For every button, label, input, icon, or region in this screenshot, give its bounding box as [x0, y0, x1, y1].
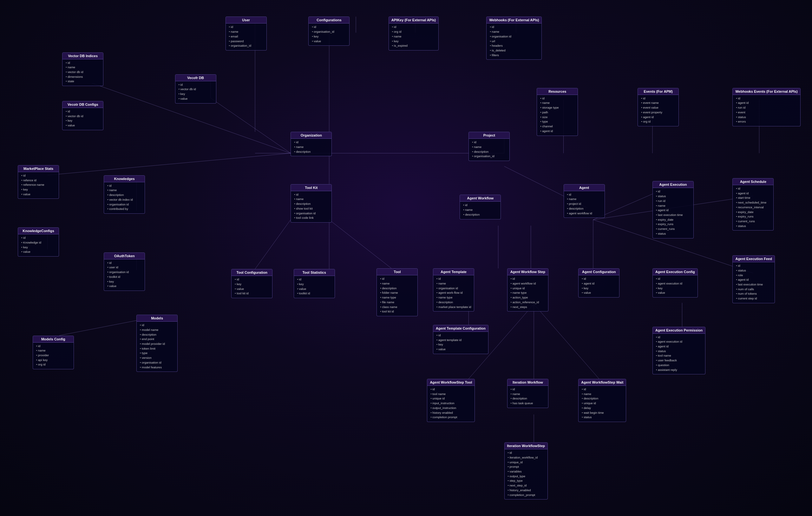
- er-field-agentWorkflowStepTool: completion prompt: [430, 415, 472, 420]
- er-field-agentExecutionPermission: user feedback: [655, 358, 702, 363]
- er-field-marketplaceStats: value: [21, 192, 56, 197]
- er-field-eventsAPM: event name: [640, 101, 676, 105]
- er-field-agentWorkflowStepWait: id: [581, 387, 623, 392]
- er-field-agentSchedule: agent id: [735, 191, 771, 196]
- er-box-agentExecution: Agent Executionidstatusrun idnameagent i…: [652, 181, 694, 238]
- er-field-models: model features: [139, 365, 175, 370]
- er-field-agentWorkflowStepTool: tool name: [430, 392, 472, 397]
- er-box-body-webhooks: idnameorganisation idurlheadersis_delete…: [487, 24, 542, 59]
- er-field-agentExecution: current_runs: [655, 227, 691, 232]
- er-field-eventsAPM: event property: [640, 110, 676, 115]
- er-field-agentExecutionConfig: id: [655, 277, 695, 281]
- er-field-tool: class name: [379, 305, 415, 309]
- er-field-vectorDbIndices: dimensions: [65, 75, 100, 79]
- er-field-agentExecutionConfig: agent execution id: [655, 281, 695, 286]
- er-box-agentSchedule: Agent Scheduleidagent idstart timenext_s…: [732, 178, 774, 230]
- er-field-marketplaceStats: reference name: [21, 183, 56, 187]
- er-field-agentExecutionConfig: value: [655, 291, 695, 295]
- er-field-project: organisation_id: [471, 154, 507, 159]
- er-field-toolConfiguration: id: [234, 277, 270, 282]
- er-box-oauthToken: OAuthTokeniduser idorganisation idtoolki…: [104, 252, 145, 291]
- er-field-configurations: key: [311, 34, 347, 39]
- er-box-title-agentWorkflowStepWait: Agent WorkflowStep Wait: [579, 379, 626, 386]
- er-field-vectorDb: value: [178, 97, 213, 101]
- er-box-agent: Agentidnameproject iddescriptionagent wo…: [563, 184, 605, 218]
- er-field-tool: name type: [379, 295, 415, 300]
- er-box-toolConfiguration: Tool Configurationidkeyvaluetool kit id: [231, 269, 272, 298]
- er-field-webhooksEvents: agent id: [735, 101, 798, 105]
- er-box-title-user: User: [226, 17, 266, 24]
- svg-line-21: [255, 220, 291, 269]
- er-field-agentSchedule: current_runs: [735, 219, 771, 224]
- er-field-webhooks: headers: [489, 44, 539, 48]
- er-box-body-iterationWorkflow: idnamedescriptionhas task queue: [508, 386, 548, 408]
- er-box-vectorDbIndices: Vector DB Indicesidnamevector db iddimen…: [62, 52, 104, 86]
- er-field-marketplaceStats: id: [21, 173, 56, 178]
- er-box-title-tool: Tool: [377, 269, 417, 275]
- er-field-project: name: [471, 145, 507, 150]
- er-box-title-organization: Organization: [291, 132, 331, 139]
- er-field-user: organisation_id: [228, 44, 264, 48]
- er-box-title-resources: Resources: [537, 88, 578, 95]
- er-box-title-agentConfiguration: Agent Configuration: [579, 269, 619, 275]
- er-box-agentTemplate: Agent Templateidnameorganisation idagent…: [433, 268, 474, 311]
- er-box-body-iterationWorkflowStep: iditeration_workflow_idunique_idpromptva…: [505, 449, 548, 499]
- er-box-toolKit: Tool Kitidnamedescriptionshow tool kitor…: [291, 184, 332, 223]
- er-field-agentWorkflow: description: [462, 212, 498, 217]
- er-box-agentExecutionConfig: Agent Execution Configidagent execution …: [652, 268, 698, 298]
- er-field-organization: name: [293, 145, 329, 150]
- er-field-agentTemplate: description: [436, 300, 471, 305]
- er-field-agentTemplateConfig: key: [436, 342, 486, 347]
- er-field-agentWorkflowStepWait: wait begin time: [581, 411, 623, 415]
- er-field-configurations: id: [311, 25, 347, 30]
- er-box-resources: Resourcesidnamestorage typepathsizetypec…: [537, 88, 578, 136]
- er-field-knowledges: contributed by: [107, 207, 142, 212]
- er-field-knowledgeConfigs: id: [21, 236, 56, 240]
- er-field-knowledges: description: [107, 193, 142, 197]
- er-field-models: description: [139, 332, 175, 337]
- er-field-modelsConfig: provider: [35, 353, 71, 358]
- er-field-toolConfiguration: value: [234, 287, 270, 292]
- er-field-vectorDbIndices: state: [65, 79, 100, 84]
- er-box-body-apikey: idorg idnamekeyis_expired: [389, 24, 438, 50]
- er-box-organization: Organizationidnamedescription: [291, 132, 332, 156]
- er-field-agentExecutionPermission: agent execution id: [655, 340, 702, 344]
- er-box-title-agentTemplate: Agent Template: [433, 269, 474, 275]
- er-field-apikey: key: [392, 39, 436, 44]
- er-field-webhooksEvents: id: [735, 96, 798, 101]
- er-field-models: end point: [139, 337, 175, 342]
- er-field-webhooks: name: [489, 30, 539, 34]
- er-box-body-knowledgeConfigs: idKnowledge idkeyvalue: [18, 234, 59, 256]
- er-field-agentWorkflowStepTool: output_instruction: [430, 406, 472, 411]
- er-field-apikey: is_expired: [392, 44, 436, 48]
- er-field-user: id: [228, 25, 264, 30]
- er-field-project: id: [471, 140, 507, 145]
- er-box-title-agentWorkflowStepTool: Agent WorkflowStep Tool: [427, 379, 474, 386]
- er-box-body-webhooksEvents: idagent idrun ideventstatuserrors: [733, 95, 800, 126]
- er-box-agentWorkflowStepTool: Agent WorkflowStep Toolidtool nameunique…: [427, 379, 475, 422]
- er-field-agentExecutionFeed: num of calls: [735, 287, 772, 292]
- er-field-webhooksEvents: event: [735, 110, 798, 115]
- er-field-user: name: [228, 30, 264, 34]
- er-field-agentWorkflowStep: unique id: [510, 286, 546, 291]
- er-field-iterationWorkflowStep: iteration_workflow_id: [507, 455, 545, 460]
- er-box-eventsAPM: Events (For APM)idevent nameevent valuee…: [638, 88, 679, 126]
- er-box-body-user: idnameemailpasswordorganisation_id: [226, 24, 266, 50]
- er-field-oauthToken: key: [107, 279, 142, 284]
- er-box-body-agentWorkflow: idnamedescription: [460, 201, 500, 219]
- er-field-agentSchedule: start time: [735, 196, 771, 200]
- er-field-resources: size: [540, 115, 575, 120]
- er-field-marketplaceStats: refence id: [21, 178, 56, 183]
- er-field-modelsConfig: api key: [35, 358, 71, 363]
- er-box-title-knowledgeConfigs: KnowledgeConfigs: [18, 228, 59, 234]
- er-field-modelsConfig: name: [35, 348, 71, 353]
- er-field-models: token limit: [139, 347, 175, 351]
- er-box-body-toolStatistics: idkeyvaluetoolkit id: [294, 276, 335, 298]
- er-field-agentExecutionFeed: status: [735, 268, 772, 273]
- er-field-agentSchedule: expiry_date: [735, 210, 771, 215]
- er-field-iterationWorkflow: name: [510, 392, 546, 397]
- er-box-iterationWorkflow: Iteration Workflowidnamedescriptionhas t…: [507, 379, 548, 408]
- er-box-body-project: idnamedescriptionorganisation_id: [469, 139, 510, 161]
- er-box-title-apikey: APIKey (For External APIs): [389, 17, 438, 24]
- er-field-agentWorkflowStepTool: id: [430, 387, 472, 392]
